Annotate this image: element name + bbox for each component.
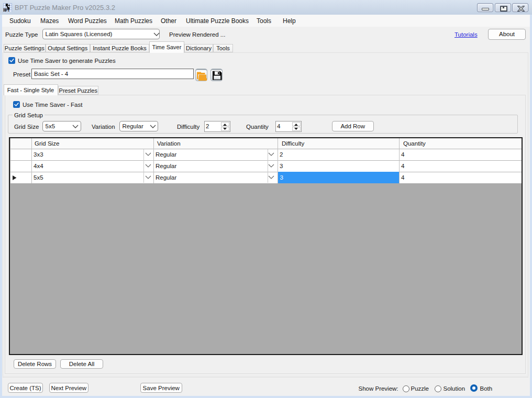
svg-text:BPT: BPT — [3, 8, 10, 12]
